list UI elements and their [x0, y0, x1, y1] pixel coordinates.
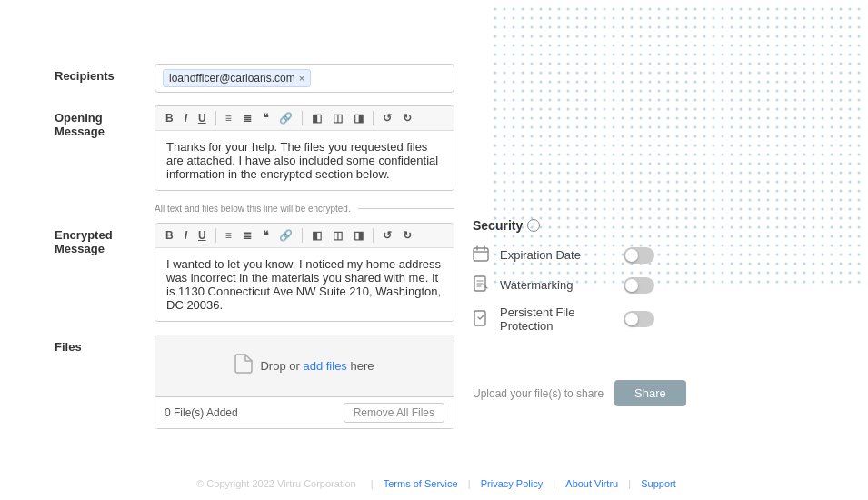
recipients-input[interactable]: loanofficer@carloans.com × [155, 64, 454, 93]
sep1 [215, 111, 216, 125]
footer: © Copyright 2022 Virtru Corporation | Te… [0, 478, 868, 489]
add-files-link[interactable]: add files [303, 359, 346, 373]
ol-btn[interactable]: ≣ [238, 110, 256, 126]
drop-text: Drop or add files here [260, 359, 374, 373]
opening-message-body[interactable]: Thanks for your help. The files you requ… [155, 131, 454, 190]
enc-align-left-btn[interactable]: ◧ [307, 227, 326, 244]
enc-underline-btn[interactable]: U [194, 227, 211, 244]
encrypted-message-row: Encrypted Message B I U ≡ ≣ ❝ 🔗 ◧ ◫ ◨ [55, 223, 813, 322]
about-link[interactable]: About Virtru [565, 478, 618, 489]
footer-sep2: | [465, 478, 476, 489]
footer-sep4: | [625, 478, 636, 489]
italic-btn[interactable]: I [180, 110, 192, 126]
email-tag-close[interactable]: × [299, 73, 304, 84]
copyright: © Copyright 2022 Virtru Corporation [196, 478, 355, 489]
recipients-label: Recipients [55, 64, 155, 83]
enc-align-right-btn[interactable]: ◨ [349, 227, 368, 244]
undo-btn[interactable]: ↺ [378, 110, 396, 126]
align-left-btn[interactable]: ◧ [307, 110, 326, 126]
enc-ul-btn[interactable]: ≡ [221, 227, 236, 244]
files-count: 0 File(s) Added [165, 406, 238, 419]
link-btn[interactable]: 🔗 [274, 110, 297, 126]
encrypted-message-editor[interactable]: B I U ≡ ≣ ❝ 🔗 ◧ ◫ ◨ ↺ ↻ I wanted to let [155, 223, 454, 322]
encrypt-divider: All text and files below this line will … [155, 204, 454, 214]
drop-area[interactable]: Drop or add files here [155, 335, 454, 396]
recipients-row: Recipients loanofficer@carloans.com × [55, 64, 813, 93]
email-tag: loanofficer@carloans.com × [163, 69, 311, 87]
footer-sep3: | [550, 478, 561, 489]
encrypt-divider-line [358, 208, 454, 209]
files-drop-zone[interactable]: Drop or add files here 0 File(s) Added R… [155, 335, 454, 429]
encrypted-message-body[interactable]: I wanted to let you know, I noticed my h… [155, 248, 454, 321]
encrypted-message-label: Encrypted Message [55, 223, 155, 255]
enc-align-center-btn[interactable]: ◫ [328, 227, 347, 244]
support-link[interactable]: Support [641, 478, 676, 489]
ul-btn[interactable]: ≡ [221, 110, 236, 126]
enc-sep3 [373, 228, 374, 243]
sep2 [302, 111, 303, 125]
encrypt-divider-text: All text and files below this line will … [155, 204, 358, 214]
sep3 [373, 111, 374, 125]
opening-message-editor[interactable]: B I U ≡ ≣ ❝ 🔗 ◧ ◫ ◨ ↺ ↻ Thanks for your [155, 105, 454, 191]
privacy-link[interactable]: Privacy Policy [481, 478, 543, 489]
enc-undo-btn[interactable]: ↺ [378, 227, 396, 244]
email-tag-value: loanofficer@carloans.com [169, 72, 295, 85]
file-icon [234, 354, 253, 378]
footer-sep1: | [368, 478, 379, 489]
opening-toolbar: B I U ≡ ≣ ❝ 🔗 ◧ ◫ ◨ ↺ ↻ [155, 106, 454, 131]
enc-quote-btn[interactable]: ❝ [258, 227, 273, 244]
opening-message-label: Opening Message [55, 105, 155, 138]
quote-btn[interactable]: ❝ [258, 110, 273, 126]
enc-sep1 [215, 228, 216, 243]
enc-bold-btn[interactable]: B [161, 227, 178, 244]
encrypted-toolbar: B I U ≡ ≣ ❝ 🔗 ◧ ◫ ◨ ↺ ↻ [155, 224, 454, 248]
opening-message-row: Opening Message B I U ≡ ≣ ❝ 🔗 ◧ ◫ ◨ [55, 105, 813, 191]
enc-ol-btn[interactable]: ≣ [238, 227, 256, 244]
terms-link[interactable]: Terms of Service [384, 478, 458, 489]
align-right-btn[interactable]: ◨ [349, 110, 368, 126]
enc-redo-btn[interactable]: ↻ [398, 227, 416, 244]
underline-btn[interactable]: U [194, 110, 211, 126]
enc-italic-btn[interactable]: I [180, 227, 192, 244]
drop-label: Drop or [260, 359, 299, 373]
redo-btn[interactable]: ↻ [398, 110, 416, 126]
enc-sep2 [302, 228, 303, 243]
drop-here: here [351, 359, 374, 373]
files-row: Files Drop or add files here [55, 335, 813, 429]
files-label: Files [55, 335, 155, 354]
files-footer: 0 File(s) Added Remove All Files [155, 396, 454, 428]
bold-btn[interactable]: B [161, 110, 178, 126]
remove-all-button[interactable]: Remove All Files [344, 403, 444, 423]
align-center-btn[interactable]: ◫ [328, 110, 347, 126]
enc-link-btn[interactable]: 🔗 [274, 227, 297, 244]
